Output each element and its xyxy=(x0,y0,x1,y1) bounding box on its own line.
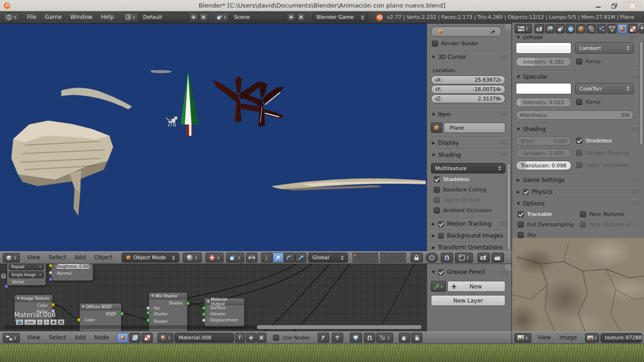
cursor-x-field[interactable]: X: 25.63672 xyxy=(431,75,505,84)
panel-grip[interactable] xyxy=(632,127,639,131)
layout-add-button[interactable] xyxy=(189,13,198,22)
increment-arrow-icon[interactable] xyxy=(499,88,504,91)
shader1-socket[interactable] xyxy=(146,311,150,315)
normal-socket[interactable] xyxy=(49,277,53,281)
layers-grid-2[interactable] xyxy=(380,253,406,263)
shader2-socket[interactable] xyxy=(146,318,150,322)
panel-background-images[interactable]: ▶ Background Images xyxy=(432,232,508,239)
editor-type-button[interactable] xyxy=(3,333,20,343)
panel-grip[interactable] xyxy=(500,222,508,226)
increment-arrow-icon[interactable] xyxy=(499,97,504,101)
node-collapse-icon[interactable]: ▼ xyxy=(151,294,154,298)
specular-ramp-checkbox[interactable]: Ramp xyxy=(576,99,601,105)
menu-object[interactable]: Object xyxy=(90,252,117,263)
close-button[interactable] xyxy=(623,1,641,10)
image-browse-button[interactable] xyxy=(585,333,599,343)
proportional-edit-button[interactable] xyxy=(426,253,438,263)
node-header[interactable]: ▼ Image Texture xyxy=(15,295,52,302)
pivot-point-align-button[interactable] xyxy=(226,253,244,263)
layers-widget[interactable] xyxy=(353,253,406,263)
checkbox-icon[interactable] xyxy=(438,233,444,239)
editor-type-button[interactable] xyxy=(3,253,20,263)
tab-scene[interactable] xyxy=(555,24,565,33)
checkbox-checked-icon[interactable] xyxy=(438,269,444,275)
manipulator-toggle-button[interactable] xyxy=(246,253,257,263)
panel-grip[interactable] xyxy=(500,141,508,145)
snap-node-element-button[interactable] xyxy=(376,333,393,343)
surface-socket[interactable] xyxy=(202,306,206,310)
node-header[interactable]: ▼ Diffuse BSDF xyxy=(80,304,121,310)
panel-shading[interactable]: ▼ Shading xyxy=(517,126,639,132)
panel-options[interactable]: ▼ Options xyxy=(517,200,639,207)
color-socket[interactable] xyxy=(51,303,55,307)
bsdf-socket[interactable] xyxy=(120,312,124,316)
extension-select[interactable]: Repeat xyxy=(9,264,44,270)
properties-scrollbar[interactable] xyxy=(640,41,643,145)
pivot-center-button[interactable] xyxy=(206,253,223,263)
node-image-texture-settings[interactable]: Repeat Single Image Vector xyxy=(7,264,46,286)
new-layer-button[interactable]: New Layer xyxy=(431,295,505,306)
datablock-id-field[interactable] xyxy=(431,26,502,37)
ambient-occlusion-checkbox[interactable]: Ambient Occlusion xyxy=(434,207,492,214)
image-name-mini-field[interactable]: índc xyxy=(24,319,36,325)
panel-3d-cursor[interactable]: ▼ 3D Cursor xyxy=(432,54,508,60)
menu-add[interactable]: Add xyxy=(71,332,90,344)
lock-to-scene-button[interactable] xyxy=(411,253,423,263)
panel-diffuse-clipped[interactable]: ▼ Diffuse xyxy=(512,36,644,41)
panel-grip[interactable] xyxy=(500,113,508,116)
scene-add-button[interactable] xyxy=(287,13,296,22)
paste-nodes-button[interactable] xyxy=(411,333,422,343)
editor-type-button[interactable] xyxy=(514,333,531,343)
panel-grip[interactable] xyxy=(500,153,508,157)
tree-type-node-button[interactable] xyxy=(129,333,140,343)
users-count-button[interactable]: 2 xyxy=(37,319,43,325)
shadeless-checkbox[interactable]: Shadeless xyxy=(434,176,470,182)
scene-browse-button[interactable] xyxy=(214,13,229,22)
node-header[interactable]: ▼ Material Output xyxy=(205,298,244,305)
viewport-shading-button[interactable] xyxy=(183,253,202,263)
transform-orientation-select[interactable]: Global xyxy=(308,253,348,263)
panel-grip[interactable] xyxy=(632,202,639,206)
diffuse-color-swatch[interactable] xyxy=(516,42,571,54)
menu-view[interactable]: View xyxy=(23,252,44,263)
tab-render[interactable] xyxy=(535,24,544,33)
scene-delete-button[interactable] xyxy=(297,13,306,22)
menu-select[interactable]: Select xyxy=(44,332,70,344)
panel-grip[interactable] xyxy=(632,178,639,182)
menu-view[interactable]: View xyxy=(533,332,555,344)
node-editor[interactable]: Repeat Single Image Vector Color Roughne… xyxy=(0,264,427,331)
pine-tree[interactable] xyxy=(181,71,198,136)
node-material-output[interactable]: ▼ Material Output Surface Volume Displac… xyxy=(204,298,245,327)
color-socket[interactable] xyxy=(77,318,81,322)
hscrollbar-handle[interactable] xyxy=(257,325,421,329)
mode-select[interactable]: Object Mode xyxy=(122,253,179,263)
snap-toggle-button[interactable] xyxy=(364,333,375,343)
manipulator-axis-button[interactable] xyxy=(261,253,272,263)
displacement-socket[interactable] xyxy=(202,318,206,322)
unlink-image-button[interactable] xyxy=(58,319,65,325)
decrement-arrow-icon[interactable] xyxy=(433,78,437,82)
decrement-arrow-icon[interactable] xyxy=(433,97,437,101)
minimize-button[interactable] xyxy=(591,1,605,10)
go-to-parent-node-tree-button[interactable] xyxy=(332,333,343,343)
shading-mode-select[interactable]: Multitexture xyxy=(431,163,505,173)
node-image-texture[interactable]: ▼ Image Texture Color Alpha xyxy=(14,295,53,323)
auto-render-button[interactable] xyxy=(350,333,362,343)
diffuse-ramp-checkbox[interactable]: Ramp xyxy=(576,58,601,65)
panel-item[interactable]: ▼ Item xyxy=(432,111,508,118)
increment-arrow-icon[interactable] xyxy=(499,78,504,82)
specular-color-swatch[interactable] xyxy=(516,83,571,94)
tree-type-texture-button[interactable] xyxy=(141,333,153,343)
increment-arrow-icon[interactable] xyxy=(627,113,632,117)
editor-type-button[interactable] xyxy=(3,13,20,22)
layout-name-field[interactable]: Default xyxy=(139,13,188,22)
layers-grid-1[interactable] xyxy=(353,253,378,263)
cloud[interactable] xyxy=(151,70,172,73)
panel-grip[interactable] xyxy=(500,55,508,59)
render-border-checkbox[interactable]: Render Border xyxy=(432,41,479,47)
roughness-slider[interactable]: Roughness: 0.000 xyxy=(55,264,91,270)
node-diffuse-bsdf-partial[interactable]: Color Roughness: 0.000 Normal xyxy=(51,264,93,281)
node-collapse-icon[interactable]: ▼ xyxy=(207,300,209,304)
eyedropper-icon[interactable] xyxy=(490,29,495,34)
manipulator-rotate-button[interactable] xyxy=(284,253,295,263)
